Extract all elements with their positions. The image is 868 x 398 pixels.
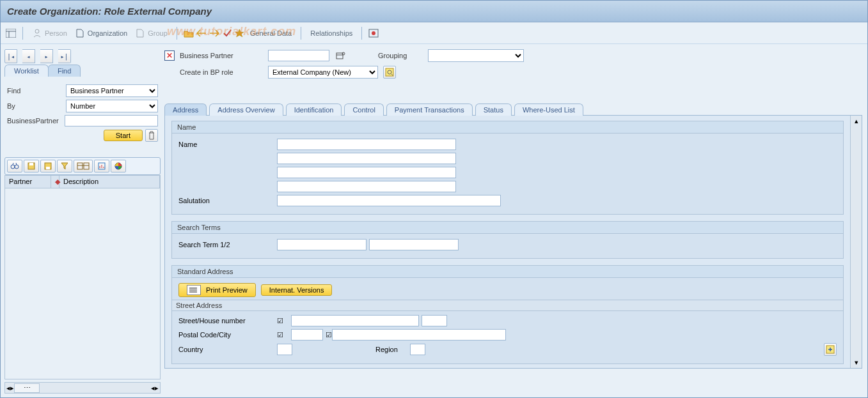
tab-address[interactable]: Address xyxy=(164,103,207,116)
svg-point-3 xyxy=(35,29,39,33)
find-select[interactable]: Business Partner xyxy=(66,84,158,97)
page-icon xyxy=(187,285,201,295)
result-toolbar xyxy=(4,157,161,175)
street-input[interactable] xyxy=(291,315,419,326)
salutation-input[interactable] xyxy=(277,195,501,206)
filter-icon[interactable] xyxy=(57,160,72,172)
country-input[interactable] xyxy=(277,344,292,355)
activate-icon[interactable] xyxy=(235,28,245,38)
find-panel: Find Business Partner By Number Business… xyxy=(4,83,161,149)
bp-input[interactable] xyxy=(65,115,158,126)
region-input[interactable] xyxy=(410,344,425,355)
layout-grid-icon[interactable] xyxy=(74,160,93,172)
relationships-button[interactable]: Relationships xyxy=(308,28,355,38)
search-terms-header: Search Terms xyxy=(172,222,843,234)
tab-worklist[interactable]: Worklist xyxy=(4,65,49,77)
col-description[interactable]: Description xyxy=(59,176,160,188)
name1-input[interactable] xyxy=(277,139,456,150)
detail-tabstrip-wrap: Address Address Overview Identification … xyxy=(164,103,862,369)
postal-code-input[interactable] xyxy=(291,329,323,341)
search-term2-input[interactable] xyxy=(369,239,459,250)
by-label: By xyxy=(7,102,66,110)
check-icon[interactable] xyxy=(222,28,232,38)
role-config-icon[interactable] xyxy=(383,66,396,79)
name2-input[interactable] xyxy=(277,153,456,164)
group-button: Group xyxy=(132,27,170,40)
scroll-thumb[interactable]: ⋯ xyxy=(14,383,40,393)
next-icon[interactable] xyxy=(209,28,219,38)
standard-address-header: Standard Address xyxy=(172,266,843,278)
detail-tab-content: Name Name xyxy=(164,116,862,369)
nav-prev-button[interactable]: ◂ xyxy=(22,49,35,63)
bp-label: BusinessPartner xyxy=(7,117,65,125)
name-label: Name xyxy=(178,141,274,148)
person-icon xyxy=(32,28,42,38)
save-variant2-icon[interactable] xyxy=(40,160,56,172)
left-pane: |◂◂▸▸| Worklist Find Find Business Partn… xyxy=(1,65,164,397)
business-partner-input[interactable] xyxy=(268,50,329,61)
app-toolbar: www.tutorialkart.com Person Organization… xyxy=(1,22,867,44)
scroll-down-icon[interactable]: ▾ xyxy=(855,358,858,367)
print-preview-label: Print Preview xyxy=(206,286,248,294)
services-icon[interactable] xyxy=(368,28,379,38)
graphic-icon[interactable] xyxy=(94,160,109,172)
nav-next-button[interactable]: ▸ xyxy=(40,49,53,63)
city-checkbox[interactable]: ☑ xyxy=(326,331,329,339)
country-label: Country xyxy=(178,346,274,353)
nav-button-group: |◂◂▸▸| xyxy=(4,49,71,63)
tab-where-used[interactable]: Where-Used List xyxy=(514,103,583,116)
postal-checkbox[interactable]: ☑ xyxy=(277,331,288,339)
more-fields-icon[interactable] xyxy=(824,343,837,356)
left-h-scrollbar[interactable]: ◂ ▸ ⋯ ◂ ▸ xyxy=(4,382,161,394)
result-grid-body[interactable] xyxy=(4,188,161,379)
save-variant-icon[interactable] xyxy=(24,160,39,172)
svg-rect-12 xyxy=(77,163,83,169)
result-grid-header: Partner ◆ Description xyxy=(4,175,161,188)
grouping-select[interactable] xyxy=(428,49,524,62)
create-in-role-label: Create in BP role xyxy=(180,68,263,76)
create-in-role-select[interactable]: External Company (New) xyxy=(268,66,378,79)
relationships-label: Relationships xyxy=(310,29,352,37)
name3-input[interactable] xyxy=(277,167,456,178)
bp-search-icon[interactable] xyxy=(335,49,347,62)
layout-icon[interactable] xyxy=(6,28,16,38)
city-input[interactable] xyxy=(332,329,506,341)
print-preview-button[interactable]: Print Preview xyxy=(178,283,256,297)
organization-button[interactable]: Organization xyxy=(72,27,130,40)
region-label: Region xyxy=(375,346,407,353)
name4-input[interactable] xyxy=(277,181,456,192)
scroll-up-icon[interactable]: ▴ xyxy=(855,117,858,125)
main-layout: |◂◂▸▸| Worklist Find Find Business Partn… xyxy=(1,65,867,397)
delete-icon[interactable] xyxy=(145,129,158,142)
tab-payment-transactions[interactable]: Payment Transactions xyxy=(386,103,473,116)
nav-last-button[interactable]: ▸| xyxy=(58,49,71,63)
binoculars-icon[interactable] xyxy=(7,160,22,172)
tab-control[interactable]: Control xyxy=(344,103,383,116)
grouping-label: Grouping xyxy=(378,52,423,59)
detail-v-scrollbar[interactable]: ▴ ▾ xyxy=(850,116,862,368)
street-label: Street/House number xyxy=(178,317,274,325)
tab-status[interactable]: Status xyxy=(475,103,512,116)
tab-identification[interactable]: Identification xyxy=(286,103,342,116)
svg-rect-0 xyxy=(6,29,16,38)
tab-find[interactable]: Find xyxy=(48,65,81,77)
svg-rect-17 xyxy=(336,53,343,59)
by-select[interactable]: Number xyxy=(66,100,158,112)
tab-address-overview[interactable]: Address Overview xyxy=(209,103,283,116)
scroll-right2-icon[interactable]: ▸ xyxy=(155,384,159,392)
color-icon[interactable] xyxy=(111,160,126,172)
house-number-input[interactable] xyxy=(422,315,447,326)
search-term-label: Search Term 1/2 xyxy=(178,241,274,249)
prev-icon[interactable] xyxy=(196,28,207,38)
general-data-button[interactable]: General Data xyxy=(248,28,294,38)
nav-first-button[interactable]: |◂ xyxy=(4,49,17,63)
search-term1-input[interactable] xyxy=(277,239,367,250)
name-group: Name Name xyxy=(171,121,844,215)
open-icon[interactable] xyxy=(184,28,194,38)
start-button[interactable]: Start xyxy=(104,130,143,141)
col-partner[interactable]: Partner xyxy=(5,176,51,188)
name-group-header: Name xyxy=(172,121,843,134)
street-checkbox[interactable]: ☑ xyxy=(277,317,288,325)
internat-versions-button[interactable]: Internat. Versions xyxy=(261,284,333,296)
document-icon xyxy=(75,28,85,38)
